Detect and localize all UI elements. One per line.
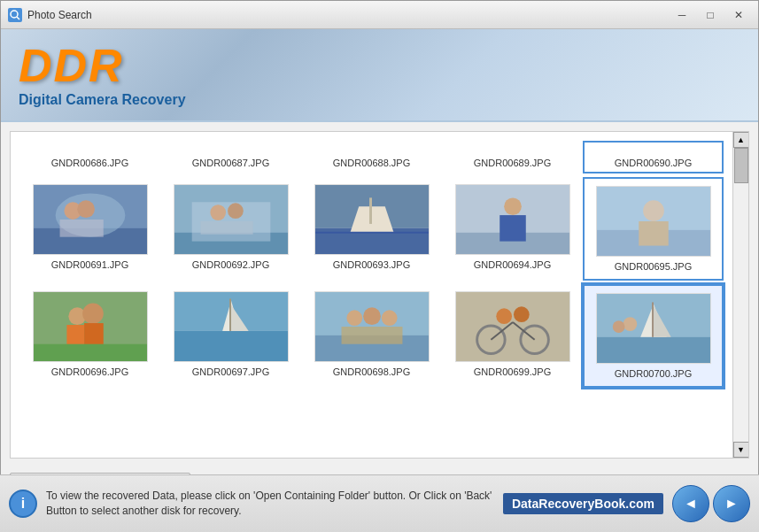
photo-label: GNDR00695.JPG (615, 261, 692, 272)
photo-label: GNDR00687.JPG (192, 158, 269, 168)
list-item[interactable]: GNDR00693.JPG (301, 177, 442, 281)
svg-rect-53 (597, 337, 710, 364)
svg-point-0 (11, 11, 18, 18)
photo-label: GNDR00688.JPG (333, 158, 410, 168)
svg-point-51 (513, 306, 529, 322)
svg-point-50 (496, 308, 512, 324)
svg-point-57 (623, 317, 637, 331)
list-item[interactable]: GNDR00689.JPG (442, 141, 583, 173)
photo-label: GNDR00694.JPG (474, 259, 551, 270)
list-item[interactable]: GNDR00688.JPG (301, 141, 442, 173)
photo-thumbnail (174, 184, 289, 255)
photo-label: GNDR00690.JPG (615, 158, 692, 168)
list-item[interactable]: GNDR00700.JPG (583, 284, 724, 388)
photo-label: GNDR00700.JPG (615, 368, 692, 379)
photo-label: GNDR00689.JPG (474, 158, 551, 168)
photo-label: GNDR00696.JPG (51, 366, 128, 377)
scroll-track (733, 148, 748, 442)
photo-label: GNDR00686.JPG (51, 158, 128, 168)
svg-point-42 (363, 307, 381, 325)
svg-point-12 (228, 203, 244, 219)
photo-label: GNDR00698.JPG (333, 366, 410, 377)
svg-point-6 (77, 200, 95, 218)
close-button[interactable]: ✕ (726, 5, 751, 25)
photo-label: GNDR00699.JPG (474, 366, 551, 377)
photo-label: GNDR00697.JPG (192, 366, 269, 377)
list-item[interactable]: GNDR00697.JPG (160, 284, 301, 388)
svg-rect-35 (174, 331, 288, 361)
list-item[interactable]: GNDR00690.JPG (583, 141, 724, 173)
scroll-down-arrow[interactable]: ▼ (733, 442, 749, 458)
list-item[interactable]: GNDR00698.JPG (301, 284, 442, 388)
svg-rect-56 (652, 302, 654, 336)
list-item[interactable]: GNDR00687.JPG (160, 141, 301, 173)
list-item[interactable]: GNDR00692.JPG (160, 177, 301, 281)
info-icon: i (9, 490, 37, 518)
photo-thumbnail (596, 293, 711, 364)
photo-thumbnail (314, 184, 430, 255)
svg-rect-17 (369, 197, 372, 224)
svg-rect-44 (341, 327, 402, 344)
list-item[interactable]: GNDR00691.JPG (19, 177, 160, 281)
status-text: To view the recovered Data, please click… (46, 489, 494, 519)
next-button[interactable]: ► (713, 485, 750, 522)
scrollbar[interactable]: ▲ ▼ (732, 132, 748, 458)
photo-thumbnail (174, 291, 289, 362)
svg-point-21 (504, 197, 522, 215)
svg-rect-7 (59, 220, 103, 237)
maximize-button[interactable]: □ (698, 5, 723, 25)
svg-rect-13 (200, 221, 252, 235)
svg-line-1 (17, 17, 19, 19)
scroll-thumb[interactable] (734, 148, 748, 183)
minimize-button[interactable]: ─ (670, 5, 694, 25)
photo-label: GNDR00693.JPG (333, 259, 410, 270)
photo-label: GNDR00691.JPG (51, 259, 128, 270)
photo-thumbnail (33, 184, 148, 255)
list-item[interactable]: GNDR00695.JPG (583, 177, 724, 281)
photo-thumbnail (455, 291, 570, 362)
logo-text: DDR (19, 42, 186, 89)
svg-point-58 (612, 320, 624, 333)
list-item[interactable]: GNDR00694.JPG (442, 177, 583, 281)
logo-subtitle: Digital Camera Recovery (19, 92, 186, 108)
svg-point-41 (346, 310, 362, 326)
navigation-buttons: ◄ ► (672, 485, 750, 522)
photo-thumbnail (314, 291, 430, 362)
window-title: Photo Search (27, 9, 670, 21)
photo-label: GNDR00692.JPG (192, 259, 269, 270)
titlebar: Photo Search ─ □ ✕ (1, 1, 758, 29)
svg-rect-33 (34, 344, 147, 362)
back-button[interactable]: ◄ (672, 485, 709, 522)
list-item[interactable]: GNDR00696.JPG (19, 284, 160, 388)
svg-rect-38 (229, 298, 231, 330)
brand-label: DataRecoveryBook.com (503, 493, 663, 514)
svg-rect-22 (500, 215, 526, 242)
svg-point-11 (210, 204, 226, 220)
svg-rect-45 (456, 292, 569, 362)
photo-thumbnail (33, 291, 148, 362)
scroll-up-arrow[interactable]: ▲ (733, 132, 749, 148)
list-item[interactable]: GNDR00686.JPG (19, 141, 160, 173)
svg-point-30 (82, 303, 104, 324)
photo-thumbnail (455, 184, 570, 255)
svg-rect-32 (84, 323, 104, 348)
header: DDR Digital Camera Recovery (1, 29, 758, 122)
photo-thumbnail (596, 186, 711, 257)
list-item[interactable]: GNDR00699.JPG (442, 284, 583, 388)
app-icon (8, 8, 22, 22)
window-controls: ─ □ ✕ (670, 5, 751, 25)
photo-grid-container: GNDR00686.JPG GNDR00687.JPG GNDR00688.JP… (10, 131, 749, 459)
svg-rect-27 (597, 187, 710, 257)
svg-point-43 (381, 310, 397, 326)
statusbar: i To view the recovered Data, please cli… (0, 474, 759, 532)
logo-area: DDR Digital Camera Recovery (19, 42, 186, 108)
